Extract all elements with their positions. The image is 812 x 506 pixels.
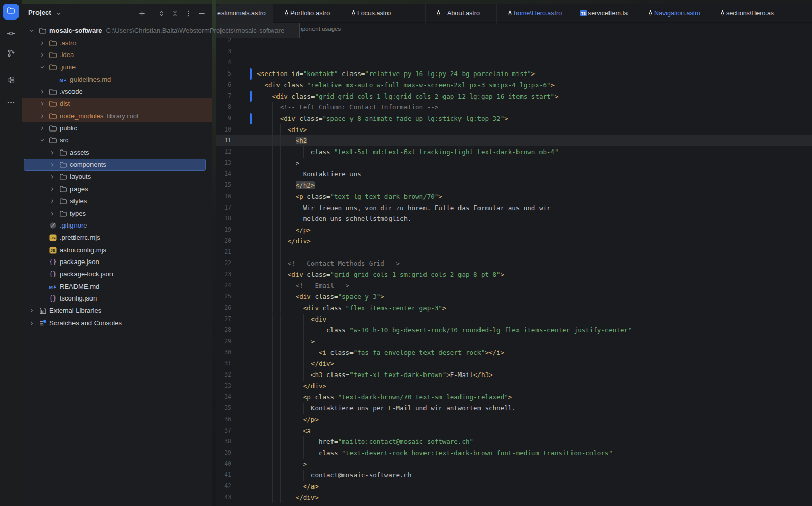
tree-row--gitignore[interactable]: .gitignore xyxy=(22,219,212,232)
svg-text:{}: {} xyxy=(49,271,57,278)
tree-row-mosaic-software[interactable]: mosaic-softwareC:\Users\Christian.Balta\… xyxy=(22,25,212,37)
line-number: 27 xyxy=(216,314,231,325)
tree-item-label: External Libraries xyxy=(49,307,101,315)
editor-tab-sections-hero-as[interactable]: sections\Hero.as xyxy=(709,4,781,23)
indent-guide xyxy=(280,492,281,503)
tree-row-src[interactable]: src xyxy=(22,134,212,146)
editor-tab-navigation-astro[interactable]: Navigation.astro xyxy=(637,4,709,23)
tool-window-button-project[interactable] xyxy=(3,4,19,20)
chevron-right-icon[interactable] xyxy=(39,101,45,107)
options-button[interactable] xyxy=(184,10,192,17)
tool-window-button-commit[interactable] xyxy=(3,27,19,43)
chevron-right-icon[interactable] xyxy=(49,149,56,156)
chevron-right-icon[interactable] xyxy=(39,40,45,46)
line-number: 10 xyxy=(216,124,231,136)
vcs-change-marker[interactable] xyxy=(250,113,252,124)
chevron-right-icon[interactable] xyxy=(39,52,45,58)
indent-guide xyxy=(288,135,288,146)
tree-row-package-lock-json[interactable]: {}package-lock.json xyxy=(22,268,212,280)
mailto-link[interactable]: mailto:contact@mosaic-software.ch xyxy=(342,438,469,445)
chevron-right-icon[interactable] xyxy=(39,89,45,95)
editor-tab-home-hero-astro[interactable]: home\Hero.astro xyxy=(496,4,568,23)
indent-guide xyxy=(303,314,304,325)
line-number: 6 xyxy=(216,80,231,91)
activity-bar-divider xyxy=(5,65,17,65)
line-number: 20 xyxy=(216,236,231,247)
astro-file-icon xyxy=(435,9,442,17)
indent-guide xyxy=(280,247,281,258)
line-number: 19 xyxy=(216,224,231,236)
tree-row-package-json[interactable]: {}package.json xyxy=(22,256,212,268)
code-line-11: <h2 xyxy=(257,135,307,146)
tab-label: Navigation.astro xyxy=(654,4,700,23)
tree-row-guidelines-md[interactable]: Mguidelines.md xyxy=(22,73,212,86)
editor-pane[interactable]: component usages23---45<section id="kont… xyxy=(216,23,812,506)
code-line-33: </div> xyxy=(257,381,326,392)
hide-panel-button[interactable] xyxy=(198,10,206,17)
tree-row-assets[interactable]: assets xyxy=(22,146,212,159)
toolbar-divider xyxy=(152,9,152,17)
tree-row-types[interactable]: types xyxy=(22,208,212,220)
expand-all-button[interactable] xyxy=(158,10,165,17)
collapse-all-button[interactable] xyxy=(171,10,179,17)
chevron-down-icon[interactable] xyxy=(29,28,35,34)
chevron-down-icon[interactable] xyxy=(39,137,45,143)
chevron-right-icon[interactable] xyxy=(49,186,56,192)
chevron-right-icon[interactable] xyxy=(49,174,56,180)
indent-guide xyxy=(272,481,273,492)
tree-row--prettierrc-mjs[interactable]: JS.prettierrc.mjs xyxy=(22,232,212,244)
chevron-right-icon[interactable] xyxy=(49,162,56,168)
tree-row-node-modules[interactable]: node_moduleslibrary root xyxy=(22,110,212,122)
chevron-right-icon[interactable] xyxy=(49,211,56,217)
tree-row-astro-config-mjs[interactable]: JSastro.config.mjs xyxy=(22,244,212,256)
project-panel-title[interactable]: Project xyxy=(28,9,51,16)
editor-tab-portfolio-astro[interactable]: Portfolio.astro xyxy=(273,4,345,23)
chevron-right-icon[interactable] xyxy=(39,125,45,132)
chevron-down-icon[interactable] xyxy=(39,64,45,70)
vcs-change-marker[interactable] xyxy=(250,68,252,80)
indent-guide xyxy=(280,236,281,247)
editor-tab-about-astro[interactable]: About.astro xyxy=(425,4,497,23)
tree-row-readme-md[interactable]: MREADME.md xyxy=(22,280,212,293)
tree-row-tsconfig-json[interactable]: {}tsconfig.json xyxy=(22,292,212,305)
code-line-27: <div xyxy=(257,314,326,325)
indent-guide xyxy=(272,391,273,403)
tree-row-public[interactable]: public xyxy=(22,122,212,135)
tree-row--vscode[interactable]: .vscode xyxy=(22,86,212,98)
indent-guide xyxy=(296,202,296,214)
indent-guide xyxy=(288,414,288,425)
tree-row--idea[interactable]: .idea xyxy=(22,49,212,61)
tree-row-layouts[interactable]: layouts xyxy=(22,171,212,183)
indent-guide xyxy=(272,381,273,392)
editor-tab-serviceitem-ts[interactable]: TSserviceItem.ts xyxy=(570,4,642,23)
tool-window-button-structure[interactable] xyxy=(3,73,19,89)
chevron-right-icon[interactable] xyxy=(29,320,35,326)
indent-guide xyxy=(265,403,265,414)
project-tool-window: Project mosaic-softwareC:\Users\Christia… xyxy=(22,4,212,506)
ts-file-icon: TS xyxy=(580,9,587,17)
tree-row--junie[interactable]: .junie xyxy=(22,61,212,73)
chevron-right-icon[interactable] xyxy=(39,113,45,119)
tree-row-styles[interactable]: styles xyxy=(22,195,212,208)
indent-guide xyxy=(265,381,265,392)
editor-tab-focus-astro[interactable]: Focus.astro xyxy=(340,4,412,23)
tree-row--astro[interactable]: .astro xyxy=(22,37,212,49)
indent-guide xyxy=(265,325,265,336)
chevron-right-icon[interactable] xyxy=(49,198,56,204)
add-button[interactable] xyxy=(138,10,146,17)
indent-guide xyxy=(288,213,288,224)
vcs-change-marker[interactable] xyxy=(250,91,252,102)
tool-window-button-more-tool-windows[interactable] xyxy=(3,96,19,111)
tree-row-external-libraries[interactable]: External Libraries xyxy=(22,305,212,317)
tool-window-button-version-control[interactable] xyxy=(3,46,19,62)
tree-row-pages[interactable]: pages xyxy=(22,183,212,195)
tree-row-components[interactable]: components xyxy=(22,159,212,171)
md-icon: M xyxy=(49,283,57,291)
indent-guide xyxy=(288,492,288,503)
tree-row-dist[interactable]: dist xyxy=(22,98,212,110)
code-line-17: Wir freuen uns, von dir zu hören. Fülle … xyxy=(257,202,551,214)
indent-guide xyxy=(257,158,257,169)
chevron-right-icon[interactable] xyxy=(29,308,35,314)
code-text: <!-- Contact Methods Grid --> xyxy=(257,259,400,267)
tree-row-scratches-and-consoles[interactable]: Scratches and Consoles xyxy=(22,317,212,329)
